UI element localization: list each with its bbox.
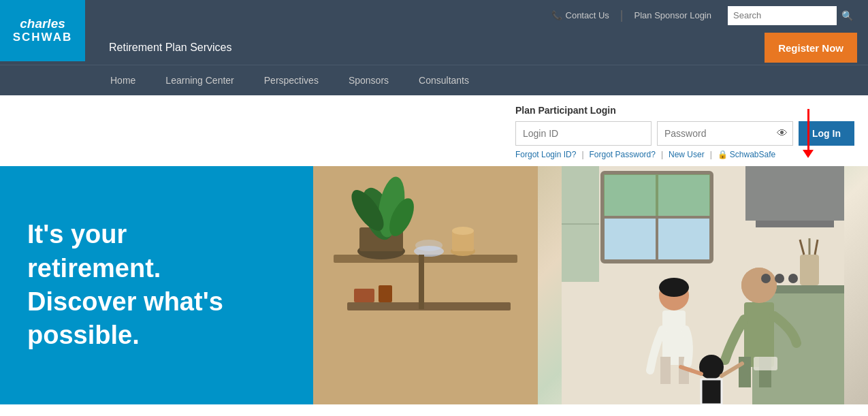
hero-image-left — [313, 166, 538, 404]
contact-us-label: Contact Us — [566, 10, 609, 20]
forgot-login-id-link[interactable]: Forgot Login ID? — [515, 150, 576, 159]
sep-1: | — [581, 150, 583, 159]
hero-line3: Discover what's — [27, 287, 223, 316]
svg-rect-14 — [419, 255, 424, 309]
search-button[interactable]: 🔍 — [837, 6, 857, 25]
svg-rect-2 — [347, 302, 511, 310]
svg-rect-40 — [701, 379, 722, 404]
svg-rect-25 — [745, 166, 844, 221]
svg-rect-15 — [354, 289, 374, 302]
svg-rect-0 — [313, 166, 538, 404]
hero-section: It's your retirement. Discover what's po… — [0, 166, 868, 404]
svg-rect-22 — [604, 174, 710, 216]
search-box: 🔍 — [728, 6, 857, 25]
hero-line2: retirement. — [27, 254, 161, 283]
lock-icon: 🔒 — [718, 150, 728, 159]
search-input[interactable] — [728, 6, 837, 25]
site-title: Retirement Plan Services — [95, 42, 232, 54]
nav-item-consultants[interactable]: Consultants — [404, 65, 484, 96]
svg-rect-16 — [379, 285, 392, 302]
register-now-button[interactable]: Register Now — [765, 33, 857, 63]
search-icon: 🔍 — [841, 10, 853, 21]
hero-text: It's your retirement. Discover what's po… — [27, 218, 223, 353]
contact-us-link[interactable]: 📞 Contact Us — [541, 10, 620, 20]
svg-rect-36 — [739, 357, 751, 387]
login-links-row: Forgot Login ID? | Forgot Password? | Ne… — [515, 150, 854, 159]
svg-rect-51 — [754, 357, 777, 370]
schwabsafe-link[interactable]: 🔒 SchwabSafe — [718, 150, 775, 159]
nav-item-sponsors[interactable]: Sponsors — [334, 65, 404, 96]
logo-area: charles SCHWAB — [0, 0, 85, 61]
hero-blue-panel: It's your retirement. Discover what's po… — [0, 166, 313, 404]
svg-rect-26 — [756, 221, 834, 227]
show-password-icon[interactable]: 👁 — [777, 127, 788, 140]
svg-point-38 — [741, 268, 777, 303]
svg-point-33 — [659, 278, 689, 297]
login-fields-row: 👁 Log In — [515, 121, 854, 146]
hero-left-svg — [313, 166, 538, 404]
login-id-input[interactable] — [515, 121, 652, 146]
navigation-bar: Home Learning Center Perspectives Sponso… — [0, 65, 868, 95]
forgot-password-link[interactable]: Forgot Password? — [590, 150, 656, 159]
logo-schwab-text: SCHWAB — [13, 31, 73, 44]
hero-line1: It's your — [27, 220, 127, 249]
new-user-link[interactable]: New User — [669, 150, 705, 159]
password-field-wrap: 👁 — [657, 121, 793, 146]
phone-icon: 📞 — [551, 10, 562, 20]
sep-2: | — [661, 150, 663, 159]
svg-point-11 — [452, 227, 474, 235]
svg-point-46 — [788, 274, 798, 283]
nav-item-perspectives[interactable]: Perspectives — [249, 65, 334, 96]
password-input[interactable] — [657, 121, 793, 146]
svg-rect-13 — [415, 240, 443, 251]
login-panel: Plan Participant Login 👁 Log In Forgot L… — [515, 105, 854, 159]
svg-point-45 — [775, 274, 784, 283]
svg-rect-47 — [800, 255, 819, 285]
log-in-button[interactable]: Log In — [799, 121, 854, 146]
svg-point-44 — [761, 274, 771, 283]
nav-item-home[interactable]: Home — [95, 65, 150, 96]
plan-sponsor-login-link[interactable]: Plan Sponsor Login — [624, 10, 722, 20]
sep-3: | — [710, 150, 712, 159]
svg-rect-31 — [660, 357, 671, 384]
hero-right-svg — [562, 166, 844, 404]
schwabsafe-label: SchwabSafe — [730, 150, 775, 159]
logo-charles-text: charles — [20, 17, 65, 31]
hero-line4: possible. — [27, 321, 140, 349]
nav-item-learning-center[interactable]: Learning Center — [150, 65, 248, 96]
hero-image-right — [538, 166, 868, 404]
login-panel-title: Plan Participant Login — [515, 105, 854, 116]
